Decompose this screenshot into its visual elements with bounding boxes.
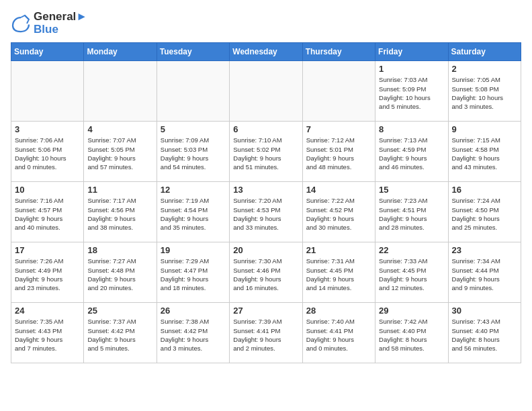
day-number: 13 <box>233 185 298 195</box>
day-number: 23 <box>452 245 517 255</box>
weekday-header: Friday <box>375 43 448 61</box>
calendar-cell: 17Sunrise: 7:26 AM Sunset: 4:49 PM Dayli… <box>11 242 84 303</box>
day-info: Sunrise: 7:43 AM Sunset: 4:40 PM Dayligh… <box>452 317 517 353</box>
day-number: 7 <box>306 124 371 134</box>
day-number: 21 <box>306 245 371 255</box>
day-number: 22 <box>379 245 444 255</box>
day-number: 8 <box>379 124 444 134</box>
calendar-cell: 28Sunrise: 7:40 AM Sunset: 4:41 PM Dayli… <box>302 303 375 363</box>
day-info: Sunrise: 7:31 AM Sunset: 4:45 PM Dayligh… <box>306 257 371 292</box>
day-number: 14 <box>306 185 371 195</box>
day-number: 29 <box>379 306 444 316</box>
day-number: 5 <box>161 124 226 134</box>
day-info: Sunrise: 7:12 AM Sunset: 5:01 PM Dayligh… <box>306 136 371 171</box>
day-number: 3 <box>15 124 80 134</box>
day-info: Sunrise: 7:39 AM Sunset: 4:41 PM Dayligh… <box>233 317 298 353</box>
day-info: Sunrise: 7:27 AM Sunset: 4:48 PM Dayligh… <box>87 257 152 292</box>
day-number: 2 <box>452 64 517 74</box>
calendar-cell: 14Sunrise: 7:22 AM Sunset: 4:52 PM Dayli… <box>302 182 375 242</box>
day-info: Sunrise: 7:35 AM Sunset: 4:43 PM Dayligh… <box>15 317 80 353</box>
calendar-cell <box>157 61 229 122</box>
day-info: Sunrise: 7:37 AM Sunset: 4:42 PM Dayligh… <box>87 317 152 353</box>
day-info: Sunrise: 7:42 AM Sunset: 4:40 PM Dayligh… <box>379 317 444 353</box>
day-info: Sunrise: 7:09 AM Sunset: 5:03 PM Dayligh… <box>161 136 226 171</box>
day-info: Sunrise: 7:15 AM Sunset: 4:58 PM Dayligh… <box>452 136 517 171</box>
calendar-cell: 8Sunrise: 7:13 AM Sunset: 4:59 PM Daylig… <box>375 122 448 182</box>
day-number: 6 <box>233 124 298 134</box>
calendar-cell: 7Sunrise: 7:12 AM Sunset: 5:01 PM Daylig… <box>302 122 375 182</box>
calendar-cell: 16Sunrise: 7:24 AM Sunset: 4:50 PM Dayli… <box>448 182 521 242</box>
day-info: Sunrise: 7:16 AM Sunset: 4:57 PM Dayligh… <box>15 196 80 232</box>
day-number: 26 <box>161 306 226 316</box>
calendar-header: SundayMondayTuesdayWednesdayThursdayFrid… <box>11 43 521 61</box>
day-number: 9 <box>452 124 517 134</box>
day-info: Sunrise: 7:40 AM Sunset: 4:41 PM Dayligh… <box>306 317 371 353</box>
day-info: Sunrise: 7:07 AM Sunset: 5:05 PM Dayligh… <box>87 136 152 171</box>
day-number: 28 <box>306 306 371 316</box>
day-info: Sunrise: 7:38 AM Sunset: 4:42 PM Dayligh… <box>161 317 226 353</box>
logo: General► Blue <box>11 11 87 36</box>
calendar-cell: 19Sunrise: 7:29 AM Sunset: 4:47 PM Dayli… <box>157 242 229 303</box>
day-info: Sunrise: 7:30 AM Sunset: 4:46 PM Dayligh… <box>233 257 298 292</box>
day-info: Sunrise: 7:29 AM Sunset: 4:47 PM Dayligh… <box>161 257 226 292</box>
calendar-cell: 20Sunrise: 7:30 AM Sunset: 4:46 PM Dayli… <box>230 242 302 303</box>
calendar-cell: 27Sunrise: 7:39 AM Sunset: 4:41 PM Dayli… <box>230 303 302 363</box>
calendar-cell: 9Sunrise: 7:15 AM Sunset: 4:58 PM Daylig… <box>448 122 521 182</box>
calendar-cell: 6Sunrise: 7:10 AM Sunset: 5:02 PM Daylig… <box>230 122 302 182</box>
logo-icon <box>11 13 31 34</box>
day-info: Sunrise: 7:26 AM Sunset: 4:49 PM Dayligh… <box>15 257 80 292</box>
weekday-header: Monday <box>84 43 157 61</box>
calendar-cell: 25Sunrise: 7:37 AM Sunset: 4:42 PM Dayli… <box>84 303 157 363</box>
day-number: 27 <box>233 306 298 316</box>
calendar-cell: 2Sunrise: 7:05 AM Sunset: 5:08 PM Daylig… <box>448 61 521 122</box>
day-number: 4 <box>87 124 152 134</box>
day-number: 11 <box>87 185 152 195</box>
calendar-cell: 4Sunrise: 7:07 AM Sunset: 5:05 PM Daylig… <box>84 122 157 182</box>
day-info: Sunrise: 7:23 AM Sunset: 4:51 PM Dayligh… <box>379 196 444 232</box>
logo-text: General► Blue <box>34 11 87 36</box>
day-info: Sunrise: 7:17 AM Sunset: 4:56 PM Dayligh… <box>87 196 152 232</box>
weekday-header: Saturday <box>448 43 521 61</box>
calendar-cell: 30Sunrise: 7:43 AM Sunset: 4:40 PM Dayli… <box>448 303 521 363</box>
weekday-header: Thursday <box>302 43 375 61</box>
calendar-cell: 10Sunrise: 7:16 AM Sunset: 4:57 PM Dayli… <box>11 182 84 242</box>
calendar-cell <box>230 61 302 122</box>
calendar-cell <box>11 61 84 122</box>
calendar-cell: 29Sunrise: 7:42 AM Sunset: 4:40 PM Dayli… <box>375 303 448 363</box>
day-number: 15 <box>379 185 444 195</box>
weekday-header: Tuesday <box>157 43 229 61</box>
calendar-cell: 3Sunrise: 7:06 AM Sunset: 5:06 PM Daylig… <box>11 122 84 182</box>
day-info: Sunrise: 7:34 AM Sunset: 4:44 PM Dayligh… <box>452 257 517 292</box>
day-info: Sunrise: 7:22 AM Sunset: 4:52 PM Dayligh… <box>306 196 371 232</box>
day-number: 17 <box>15 245 80 255</box>
day-info: Sunrise: 7:20 AM Sunset: 4:53 PM Dayligh… <box>233 196 298 232</box>
calendar-cell: 11Sunrise: 7:17 AM Sunset: 4:56 PM Dayli… <box>84 182 157 242</box>
day-number: 24 <box>15 306 80 316</box>
day-info: Sunrise: 7:33 AM Sunset: 4:45 PM Dayligh… <box>379 257 444 292</box>
day-info: Sunrise: 7:19 AM Sunset: 4:54 PM Dayligh… <box>161 196 226 232</box>
day-info: Sunrise: 7:06 AM Sunset: 5:06 PM Dayligh… <box>15 136 80 171</box>
day-number: 1 <box>379 64 444 74</box>
day-number: 10 <box>15 185 80 195</box>
page-header: General► Blue <box>11 11 521 36</box>
calendar-cell: 24Sunrise: 7:35 AM Sunset: 4:43 PM Dayli… <box>11 303 84 363</box>
weekday-header: Sunday <box>11 43 84 61</box>
day-info: Sunrise: 7:05 AM Sunset: 5:08 PM Dayligh… <box>452 75 517 111</box>
calendar-cell: 21Sunrise: 7:31 AM Sunset: 4:45 PM Dayli… <box>302 242 375 303</box>
weekday-header: Wednesday <box>230 43 302 61</box>
day-number: 12 <box>161 185 226 195</box>
calendar-cell: 23Sunrise: 7:34 AM Sunset: 4:44 PM Dayli… <box>448 242 521 303</box>
day-info: Sunrise: 7:03 AM Sunset: 5:09 PM Dayligh… <box>379 75 444 111</box>
calendar-cell <box>302 61 375 122</box>
calendar-cell: 13Sunrise: 7:20 AM Sunset: 4:53 PM Dayli… <box>230 182 302 242</box>
day-number: 25 <box>87 306 152 316</box>
day-number: 16 <box>452 185 517 195</box>
day-info: Sunrise: 7:24 AM Sunset: 4:50 PM Dayligh… <box>452 196 517 232</box>
calendar-cell: 22Sunrise: 7:33 AM Sunset: 4:45 PM Dayli… <box>375 242 448 303</box>
calendar-cell: 18Sunrise: 7:27 AM Sunset: 4:48 PM Dayli… <box>84 242 157 303</box>
day-number: 30 <box>452 306 517 316</box>
day-number: 20 <box>233 245 298 255</box>
calendar-table: SundayMondayTuesdayWednesdayThursdayFrid… <box>11 42 521 363</box>
calendar-cell: 12Sunrise: 7:19 AM Sunset: 4:54 PM Dayli… <box>157 182 229 242</box>
day-info: Sunrise: 7:10 AM Sunset: 5:02 PM Dayligh… <box>233 136 298 171</box>
